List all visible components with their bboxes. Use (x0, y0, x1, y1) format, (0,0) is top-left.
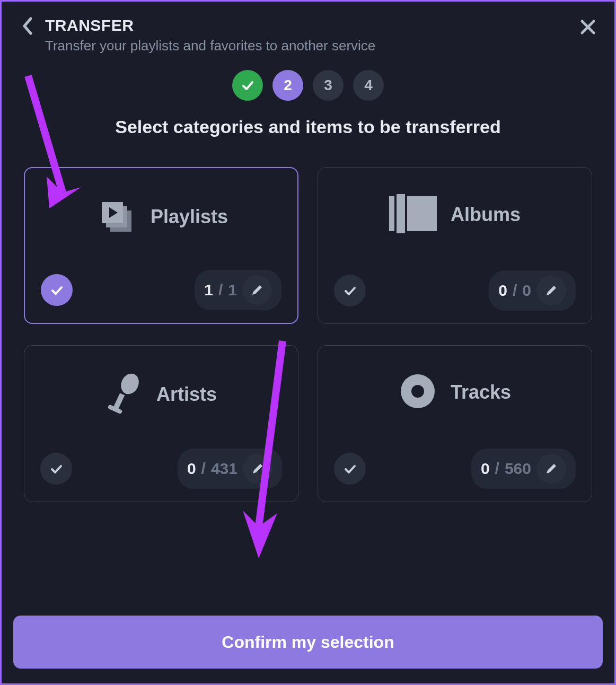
select-toggle-tracks[interactable] (334, 453, 366, 485)
select-toggle-albums[interactable] (334, 275, 366, 306)
check-icon (240, 78, 255, 93)
select-toggle-playlists[interactable] (41, 274, 73, 306)
check-icon (49, 461, 64, 476)
category-grid: Playlists 1 / 1 (2, 137, 614, 502)
card-albums[interactable]: Albums 0 / 0 (318, 167, 592, 324)
step-3: 3 (313, 70, 344, 101)
albums-icon (389, 194, 437, 235)
svg-rect-4 (397, 194, 405, 233)
close-button[interactable] (578, 17, 597, 37)
count-pill-playlists: 1 / 1 (195, 270, 281, 310)
page-title: TRANSFER (45, 16, 578, 34)
step-4: 4 (353, 70, 384, 101)
card-label: Artists (156, 383, 217, 406)
total-count: 0 (522, 282, 531, 300)
svg-rect-5 (407, 196, 437, 231)
edit-button-tracks[interactable] (536, 454, 566, 484)
pencil-icon (544, 462, 558, 476)
select-toggle-artists[interactable] (40, 453, 72, 485)
check-icon (342, 283, 357, 298)
pencil-icon (251, 462, 265, 476)
total-count: 560 (505, 460, 531, 478)
pencil-icon (544, 284, 558, 297)
card-label: Playlists (151, 206, 228, 228)
page-subtitle: Transfer your playlists and favorites to… (45, 38, 578, 54)
artists-icon (105, 372, 143, 417)
svg-marker-14 (243, 511, 277, 558)
header: TRANSFER Transfer your playlists and fav… (2, 2, 614, 60)
total-count: 431 (211, 460, 237, 478)
card-label: Tracks (451, 381, 511, 403)
selected-count: 0 (481, 460, 490, 478)
chevron-left-icon (21, 16, 33, 36)
section-title: Select categories and items to be transf… (2, 117, 614, 137)
svg-rect-3 (389, 196, 394, 231)
confirm-button[interactable]: Confirm my selection (13, 616, 603, 669)
pencil-icon (250, 283, 264, 297)
svg-point-6 (118, 372, 142, 397)
card-playlists[interactable]: Playlists 1 / 1 (24, 167, 298, 324)
check-icon (49, 283, 64, 297)
svg-point-10 (411, 385, 424, 398)
stepper: 2 3 4 (2, 70, 614, 101)
playlists-icon (94, 195, 137, 239)
selected-count: 1 (204, 281, 213, 299)
step-2: 2 (272, 70, 303, 101)
card-artists[interactable]: Artists 0 / 431 (24, 345, 298, 502)
header-text: TRANSFER Transfer your playlists and fav… (45, 16, 578, 54)
confirm-label: Confirm my selection (222, 633, 394, 652)
card-label: Albums (451, 204, 521, 226)
count-pill-artists: 0 / 431 (178, 449, 282, 489)
step-1 (232, 70, 263, 101)
selected-count: 0 (498, 282, 507, 300)
count-pill-tracks: 0 / 560 (471, 449, 576, 489)
close-icon (580, 19, 596, 35)
back-button[interactable] (19, 17, 36, 34)
count-pill-albums: 0 / 0 (489, 270, 576, 311)
card-tracks[interactable]: Tracks 0 / 560 (318, 345, 592, 502)
edit-button-playlists[interactable] (242, 275, 272, 305)
edit-button-artists[interactable] (243, 454, 272, 484)
selected-count: 0 (187, 460, 196, 478)
check-icon (342, 461, 357, 476)
total-count: 1 (228, 281, 237, 299)
tracks-icon (399, 372, 437, 412)
edit-button-albums[interactable] (536, 276, 566, 305)
